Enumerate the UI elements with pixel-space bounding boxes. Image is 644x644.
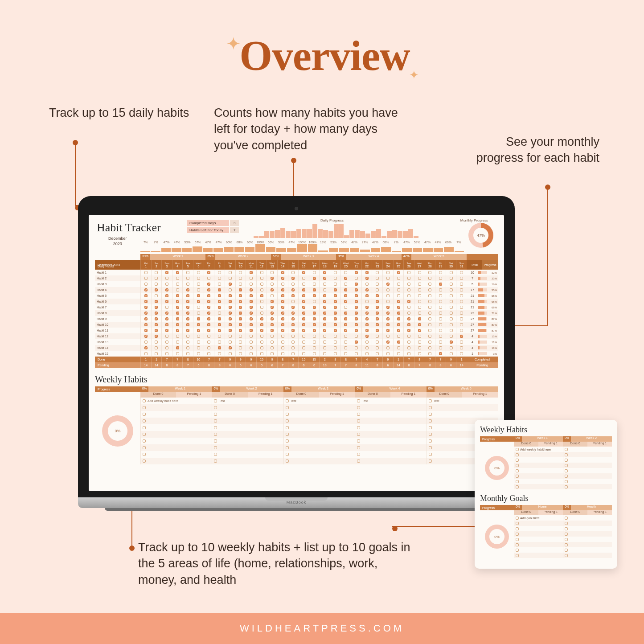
weekly-checkbox[interactable] [429,413,432,416]
habit-checkbox[interactable] [281,317,284,320]
habit-checkbox[interactable] [376,294,379,297]
habit-checkbox[interactable] [281,346,284,349]
habit-checkbox[interactable] [344,288,347,291]
habit-checkbox[interactable] [229,306,232,309]
habit-checkbox[interactable] [439,317,442,320]
habit-checkbox[interactable] [281,300,284,303]
habit-checkbox[interactable] [365,306,369,309]
habit-checkbox[interactable] [176,288,179,291]
habit-checkbox[interactable] [376,288,379,291]
habit-checkbox[interactable] [155,277,158,280]
habit-checkbox[interactable] [450,346,453,349]
sidecard-checkbox[interactable] [565,554,568,557]
habit-checkbox[interactable] [323,283,326,286]
sidecard-checkbox[interactable] [516,543,519,546]
sidecard-checkbox[interactable] [516,549,519,552]
habit-checkbox[interactable] [165,312,168,315]
habit-checkbox[interactable] [239,283,242,286]
habit-checkbox[interactable] [313,340,316,344]
habit-checkbox[interactable] [229,283,232,286]
habit-checkbox[interactable] [281,306,284,309]
habit-checkbox[interactable] [439,323,442,326]
habit-checkbox[interactable] [218,352,221,355]
habit-checkbox[interactable] [355,306,358,309]
habit-checkbox[interactable] [323,346,326,349]
habit-checkbox[interactable] [176,294,179,297]
weekly-checkbox[interactable] [357,419,360,422]
habit-checkbox[interactable] [450,306,453,309]
sidecard-checkbox[interactable] [565,543,568,546]
habit-checkbox[interactable] [355,317,358,320]
habit-checkbox[interactable] [365,340,369,344]
weekly-checkbox[interactable] [143,453,146,456]
habit-checkbox[interactable] [176,346,179,349]
habit-checkbox[interactable] [302,340,305,344]
habit-checkbox[interactable] [250,312,253,315]
habit-checkbox[interactable] [144,288,148,291]
habit-checkbox[interactable] [334,277,337,280]
habit-checkbox[interactable] [302,335,305,338]
habit-checkbox[interactable] [428,329,431,332]
habit-checkbox[interactable] [186,283,189,286]
habit-checkbox[interactable] [323,312,326,315]
habit-checkbox[interactable] [176,335,179,338]
habit-checkbox[interactable] [291,312,295,315]
habit-checkbox[interactable] [239,277,242,280]
habit-checkbox[interactable] [207,352,210,355]
habit-checkbox[interactable] [313,352,316,355]
habit-checkbox[interactable] [260,300,263,303]
habit-checkbox[interactable] [418,312,421,315]
habit-checkbox[interactable] [439,306,442,309]
weekly-checkbox[interactable] [357,406,360,409]
habit-checkbox[interactable] [439,340,442,344]
habit-checkbox[interactable] [197,277,200,280]
habit-checkbox[interactable] [229,312,232,315]
habit-checkbox[interactable] [197,271,200,274]
habit-checkbox[interactable] [144,306,148,309]
habit-checkbox[interactable] [334,294,337,297]
habit-checkbox[interactable] [144,346,148,349]
habit-checkbox[interactable] [428,277,431,280]
habit-checkbox[interactable] [428,288,431,291]
weekly-checkbox[interactable] [357,413,360,416]
habit-checkbox[interactable] [460,340,463,344]
habit-checkbox[interactable] [450,352,453,355]
habit-checkbox[interactable] [271,271,274,274]
habit-checkbox[interactable] [302,317,305,320]
habit-checkbox[interactable] [302,277,305,280]
habit-checkbox[interactable] [460,346,463,349]
sidecard-checkbox[interactable] [565,485,568,488]
habit-checkbox[interactable] [460,329,463,332]
habit-checkbox[interactable] [397,288,400,291]
habit-checkbox[interactable] [207,340,210,344]
habit-checkbox[interactable] [355,300,358,303]
habit-checkbox[interactable] [365,283,369,286]
sidecard-checkbox[interactable] [516,533,519,536]
habit-checkbox[interactable] [365,277,369,280]
habit-checkbox[interactable] [271,323,274,326]
habit-checkbox[interactable] [218,346,221,349]
habit-checkbox[interactable] [218,277,221,280]
habit-checkbox[interactable] [386,335,390,338]
habit-checkbox[interactable] [250,340,253,344]
habit-checkbox[interactable] [365,288,369,291]
habit-checkbox[interactable] [355,346,358,349]
sidecard-checkbox[interactable] [516,453,519,456]
sidecard-checkbox[interactable] [565,469,568,472]
habit-checkbox[interactable] [302,329,305,332]
habit-checkbox[interactable] [386,294,390,297]
habit-checkbox[interactable] [376,340,379,344]
habit-checkbox[interactable] [260,271,263,274]
habit-checkbox[interactable] [460,306,463,309]
habit-checkbox[interactable] [313,329,316,332]
habit-checkbox[interactable] [229,294,232,297]
habit-checkbox[interactable] [386,352,390,355]
habit-checkbox[interactable] [344,283,347,286]
habit-checkbox[interactable] [365,271,369,274]
habit-checkbox[interactable] [155,312,158,315]
weekly-checkbox[interactable] [214,459,217,463]
habit-checkbox[interactable] [450,288,453,291]
weekly-checkbox[interactable] [429,446,432,449]
weekly-checkbox[interactable] [286,426,289,429]
habit-checkbox[interactable] [365,300,369,303]
